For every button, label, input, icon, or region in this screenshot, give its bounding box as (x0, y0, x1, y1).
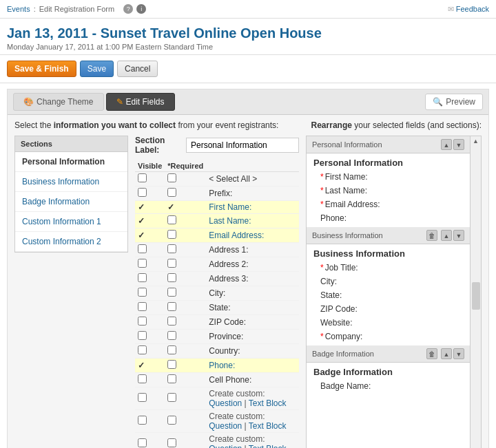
visible-address1[interactable] (138, 244, 147, 253)
field-label-phone[interactable]: Phone: (209, 361, 235, 370)
instruction-bold: information you want to collect (54, 120, 176, 130)
required-last-name[interactable] (167, 215, 176, 224)
business-controls: 🗑 ▲ ▼ (426, 230, 464, 241)
right-section-header-business: Business Information 🗑 ▲ ▼ (307, 227, 470, 244)
required-custom3[interactable] (167, 438, 176, 447)
required-province[interactable] (167, 331, 176, 340)
field-label-country: Country: (209, 346, 240, 356)
right-section-title-badge: Badge Information (307, 363, 470, 379)
visible-address2[interactable] (138, 259, 147, 268)
required-email[interactable] (167, 230, 176, 239)
right-section-label-badge: Badge Information (312, 350, 374, 358)
visible-state[interactable] (138, 302, 147, 311)
help-icon[interactable]: ? (123, 4, 133, 14)
section-item-personal[interactable]: Personal Information (15, 152, 127, 172)
create-question-link-3[interactable]: Question (209, 444, 242, 448)
create-question-link-2[interactable]: Question (209, 421, 242, 431)
tab-preview[interactable]: 🔍 Preview (425, 94, 483, 110)
section-item-custom2[interactable]: Custom Information 2 (15, 232, 127, 252)
badge-up-btn[interactable]: ▲ (441, 348, 452, 359)
visible-country[interactable] (138, 345, 147, 354)
search-icon: 🔍 (433, 97, 443, 107)
section-item-custom1[interactable]: Custom Information 1 (15, 212, 127, 232)
required-prefix[interactable] (167, 188, 176, 197)
table-row: ✓ Phone: (135, 359, 299, 373)
rearrange-panel: Personal Information ▲ ▼ Personal Inform… (306, 136, 482, 448)
breadcrumb-events-link[interactable]: Events (7, 5, 30, 13)
right-panel-inner: Personal Information ▲ ▼ Personal Inform… (306, 136, 471, 448)
personal-down-btn[interactable]: ▼ (453, 139, 464, 150)
right-field-first-name: First Name: (307, 170, 470, 184)
section-item-business[interactable]: Business Information (15, 172, 127, 192)
tab-change-theme[interactable]: 🎨 Change Theme (13, 93, 104, 111)
field-label-prefix: Prefix: (209, 189, 232, 198)
badge-delete-btn[interactable]: 🗑 (426, 348, 437, 359)
breadcrumb-separator: : (34, 5, 36, 13)
required-cell-phone[interactable] (167, 374, 176, 383)
breadcrumb-page: Edit Registration Form (39, 5, 114, 13)
feedback-link[interactable]: ✉ Feedback (448, 5, 489, 14)
visible-address3[interactable] (138, 273, 147, 282)
required-check-first-name: ✓ (167, 202, 174, 212)
required-phone[interactable] (167, 360, 176, 369)
content-wrapper: Select the information you want to colle… (8, 115, 488, 448)
required-custom1[interactable] (167, 393, 176, 402)
table-row: Cell Phone: (135, 373, 299, 387)
required-address3[interactable] (167, 273, 176, 282)
instruction-right: Rearrange your selected fields (and sect… (311, 120, 482, 130)
right-scrollbar[interactable]: ▲ ▼ (471, 136, 482, 448)
field-label-first-name[interactable]: First Name: (209, 202, 251, 212)
section-label-input[interactable] (186, 138, 299, 153)
visible-custom2[interactable] (138, 416, 147, 425)
section-label-row: Section Label: (135, 136, 299, 155)
required-state[interactable] (167, 302, 176, 311)
visible-province[interactable] (138, 331, 147, 340)
save-finish-button-top[interactable]: Save & Finish (7, 61, 76, 77)
required-select-all[interactable] (167, 173, 176, 182)
visible-select-all[interactable] (138, 173, 147, 182)
business-delete-btn[interactable]: 🗑 (426, 230, 437, 241)
fields-panel: Section Label: Visible *Required (128, 136, 306, 448)
right-section-header-personal: Personal Information ▲ ▼ (307, 136, 470, 153)
create-textblock-link-1[interactable]: Text Block (249, 398, 287, 408)
required-address1[interactable] (167, 244, 176, 253)
cancel-button-top[interactable]: Cancel (117, 61, 158, 77)
field-label-zip: ZIP Code: (209, 317, 246, 327)
badge-down-btn[interactable]: ▼ (453, 348, 464, 359)
tab-bar: 🎨 Change Theme ✎ Edit Fields 🔍 Preview (8, 89, 488, 115)
create-textblock-link-2[interactable]: Text Block (249, 421, 287, 431)
visible-custom3[interactable] (138, 438, 147, 447)
required-address2[interactable] (167, 259, 176, 268)
section-item-badge[interactable]: Badge Information (15, 192, 127, 212)
table-row: Address 3: (135, 272, 299, 286)
scroll-up-btn[interactable]: ▲ (473, 138, 479, 145)
table-row: ✓ Email Address: (135, 228, 299, 243)
field-label-last-name[interactable]: Last Name: (209, 216, 251, 226)
visible-cell-phone[interactable] (138, 374, 147, 383)
help-icon-2[interactable]: i (136, 4, 146, 14)
create-question-link-1[interactable]: Question (209, 398, 242, 408)
create-textblock-link-3[interactable]: Text Block (249, 444, 287, 448)
visible-custom1[interactable] (138, 393, 147, 402)
field-label-email[interactable]: Email Address: (209, 231, 264, 240)
required-custom2[interactable] (167, 416, 176, 425)
required-country[interactable] (167, 345, 176, 354)
right-section-title-personal: Personal Information (307, 153, 470, 170)
personal-up-btn[interactable]: ▲ (441, 139, 452, 150)
required-zip[interactable] (167, 317, 176, 326)
tab-edit-fields[interactable]: ✎ Edit Fields (106, 93, 175, 111)
business-up-btn[interactable]: ▲ (441, 230, 452, 241)
visible-prefix[interactable] (138, 188, 147, 197)
right-field-phone: Phone: (307, 211, 470, 225)
visible-zip[interactable] (138, 317, 147, 326)
scroll-thumb[interactable] (472, 282, 480, 310)
required-city[interactable] (167, 288, 176, 297)
business-down-btn[interactable]: ▼ (453, 230, 464, 241)
right-section-header-badge: Badge Information 🗑 ▲ ▼ (307, 345, 470, 363)
visible-city[interactable] (138, 288, 147, 297)
save-button-top[interactable]: Save (80, 61, 114, 77)
table-row: Prefix: (135, 186, 299, 201)
visible-check-email: ✓ (138, 231, 145, 240)
table-row: ZIP Code: (135, 315, 299, 330)
right-field-biz-state: State: (307, 288, 470, 302)
